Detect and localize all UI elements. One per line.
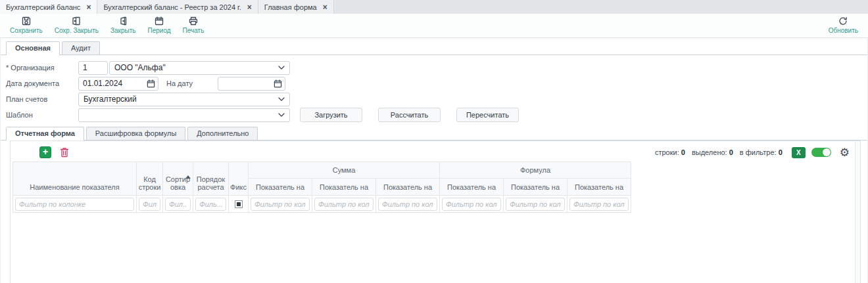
filtered-count-value: 0 [779,148,783,156]
close-door-icon [118,16,128,26]
load-button[interactable]: Загрузить [300,108,362,122]
app-window: Бухгалтерский баланс × Бухгалтерский бал… [0,0,868,283]
column-header-fix[interactable]: Фикс [229,162,249,196]
print-button[interactable]: Печать [177,16,210,34]
column-header-indicator[interactable]: Показатель на [312,179,376,196]
recalculate-button[interactable]: Пересчитать [456,108,519,122]
organization-row: * Организация ООО "Альфа" [6,60,867,75]
chart-of-accounts-row: План счетов Бухгалтерский [6,92,867,106]
date-row: Дата документа На дату [6,76,867,91]
filter-cell-name [13,196,137,213]
column-header-label: Показатель на [447,183,496,191]
column-header-indicator[interactable]: Показатель на [376,179,440,196]
grid-status-cluster: строки: 0 выделено: 0 в фильтре: 0 X ⚙ [655,147,850,158]
report-tabstrip: Отчетная форма Расшифровка формулы Допол… [1,127,867,141]
column-header-name[interactable]: Наименование показателя [13,162,137,196]
document-form: * Организация ООО "Альфа" Дата документа… [1,55,867,125]
window-tab-label: Бухгалтерский баланс - Реестр за 2024 г. [103,3,241,11]
column-header-indicator[interactable]: Показатель на [504,179,567,196]
column-header-sorting[interactable]: Сортировка [163,162,193,196]
column-group-formula: Формула [440,162,631,179]
organization-code-field[interactable] [78,61,108,75]
close-icon[interactable]: × [247,3,252,11]
column-header-indicator[interactable]: Показатель на [567,179,631,196]
tab-audit[interactable]: Аудит [62,41,100,54]
close-icon[interactable]: × [86,3,91,11]
save-icon [21,16,32,26]
grid-panel: + строки: 0 выделено: 0 в фильтре: 0 X ⚙ [10,141,861,283]
excel-export-icon[interactable]: X [792,147,806,158]
content-frame: Основная Аудит * Организация ООО "Альфа"… [0,38,868,283]
filter-toggle[interactable] [811,148,831,157]
column-header-indicator[interactable]: Показатель на [249,179,312,196]
save-close-icon [71,16,82,26]
column-header-row-code[interactable]: Код строки [137,162,163,196]
window-tab-registry[interactable]: Бухгалтерский баланс - Реестр за 2024 г.… [97,0,258,14]
filter-input-indicator[interactable] [251,198,310,211]
filter-input-name[interactable] [15,198,134,211]
organization-select-value: ООО "Альфа" [114,63,166,72]
organization-label: * Организация [6,64,78,72]
period-button[interactable]: Период [142,16,177,34]
rows-count-label: строки: [655,148,679,156]
vertical-scrollbar[interactable] [855,141,860,283]
doc-date-field[interactable] [78,77,158,91]
gear-icon[interactable]: ⚙ [840,147,850,158]
on-date-picker [218,77,285,91]
filter-input-indicator[interactable] [506,198,565,211]
window-tab-label: Бухгалтерский баланс [6,3,80,11]
column-header-indicator[interactable]: Показатель на [440,179,504,196]
toolbar-button-label: Печать [183,27,205,34]
filter-input-indicator[interactable] [378,198,437,211]
window-tab-balance[interactable]: Бухгалтерский баланс × [0,0,97,14]
organization-select[interactable]: ООО "Альфа" [109,61,290,75]
add-row-button[interactable]: + [39,146,51,158]
sort-asc-icon [185,175,191,179]
chart-of-accounts-select[interactable]: Бухгалтерский [78,93,290,106]
chevron-down-icon [278,113,285,117]
tab-additional[interactable]: Дополнительно [187,127,258,140]
tab-formula-decode[interactable]: Расшифровка формулы [86,127,185,140]
filter-input-row-code[interactable] [139,198,160,211]
tab-main[interactable]: Основная [6,41,60,55]
selected-count-label: выделено: [692,148,727,156]
save-close-button[interactable]: Сохр. Закрыть [49,16,105,34]
column-header-label: Показатель на [511,183,560,191]
chart-of-accounts-label: План счетов [6,95,78,103]
rows-count-value: 0 [681,148,685,156]
column-header-calc-order[interactable]: Порядок расчета [193,162,229,196]
filter-cell-fix [229,196,249,213]
save-button[interactable]: Сохранить [4,16,49,34]
on-date-label: На дату [166,79,218,87]
filter-cell-indicator [504,196,567,213]
filter-cell-sorting [163,196,193,213]
filter-cell-calc-order [193,196,229,213]
filter-input-sorting[interactable] [165,198,191,211]
on-date-field[interactable] [218,77,285,91]
fix-filter-checkbox[interactable] [235,200,243,208]
template-select[interactable] [78,108,290,122]
report-grid: Наименование показателя Код строки Сорти… [12,162,631,213]
printer-icon [188,16,199,26]
column-group-sum: Сумма [249,162,440,179]
filter-input-indicator[interactable] [442,198,501,211]
chevron-down-icon [278,97,285,101]
column-header-label: Наименование показателя [30,183,119,191]
filter-input-indicator[interactable] [314,198,374,211]
rows-count: строки: 0 [655,148,685,156]
close-icon[interactable]: × [323,3,327,11]
filter-cell-indicator [312,196,376,213]
filter-input-calc-order[interactable] [195,198,226,211]
window-tab-main-form[interactable]: Главная форма × [258,0,334,14]
column-header-label: Фикс [230,183,247,191]
template-label: Шаблон [6,111,78,119]
filter-input-indicator[interactable] [569,198,629,211]
toolbar: Сохранить Сохр. Закрыть Закрыть Период [0,14,868,38]
tab-report-form[interactable]: Отчетная форма [6,127,84,141]
calculate-button[interactable]: Рассчитать [378,108,441,122]
delete-row-button[interactable] [60,147,69,158]
refresh-button[interactable]: Обновить [823,16,864,34]
filtered-count-label: в фильтре: [740,148,777,156]
close-button[interactable]: Закрыть [105,16,142,34]
filtered-count: в фильтре: 0 [740,148,783,156]
